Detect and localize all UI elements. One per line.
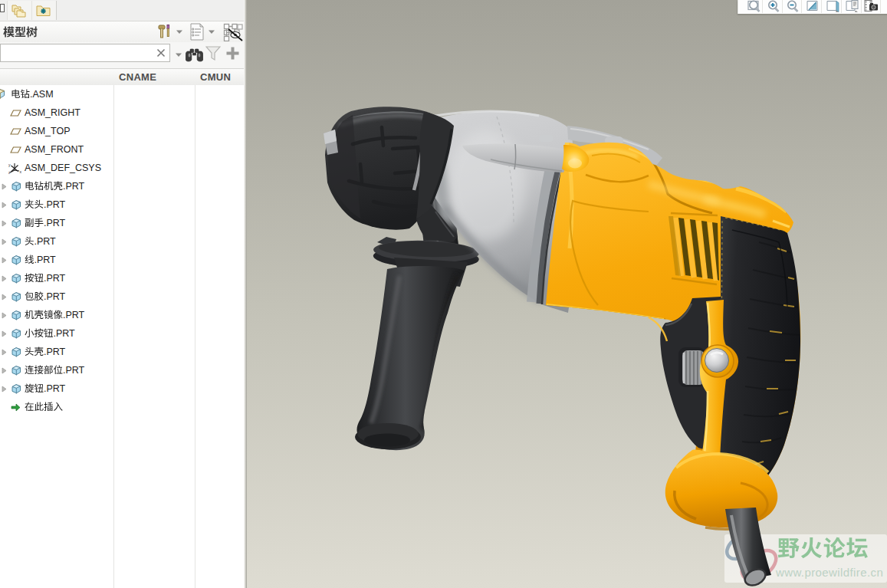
svg-text:x: x bbox=[20, 169, 22, 174]
svg-text:y: y bbox=[8, 163, 11, 167]
